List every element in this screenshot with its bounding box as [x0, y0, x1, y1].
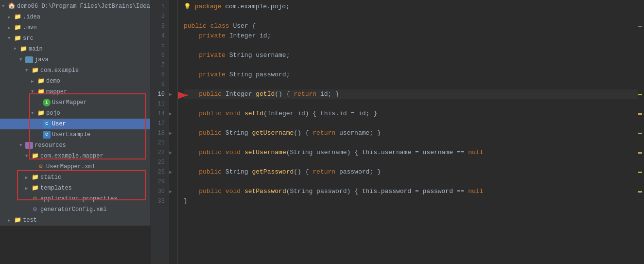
folder-icon: 📁 — [14, 13, 21, 21]
fold-arrow-line14[interactable]: ▶ — [169, 109, 177, 119]
tree-label: com.example.mapper — [40, 153, 150, 159]
code-token: String — [222, 167, 252, 177]
code-token: public — [199, 187, 222, 196]
tree-label: templates — [40, 185, 150, 192]
fold-arrow-line26[interactable]: ▶ — [169, 167, 177, 177]
line-number: 2 — [153, 12, 165, 21]
fold-arrow-line22[interactable]: ▶ — [169, 148, 177, 158]
tree-item-userexample[interactable]: C UserExample — [0, 129, 150, 140]
tree-arrow — [25, 175, 31, 180]
tree-item-demo06[interactable]: 🏠 demo06 D:\Program Files\JetBrains\Idea… — [0, 1, 150, 12]
code-token: void — [226, 148, 241, 158]
code-token: package — [195, 2, 222, 12]
code-line-1: 💡 package com.example.pojo; — [184, 2, 638, 12]
code-token: return — [294, 89, 316, 99]
line-number: 11 — [153, 99, 165, 109]
code-token: (String password) { this.password = pass… — [286, 187, 468, 196]
tree-item-test[interactable]: 📁 test — [0, 215, 150, 226]
java-folder-icon — [25, 56, 33, 63]
code-token: public — [184, 21, 207, 31]
code-token: setId — [244, 109, 263, 119]
code-token — [241, 148, 244, 158]
code-token — [184, 109, 199, 119]
code-content[interactable]: 💡 package com.example.pojo; public class… — [178, 0, 638, 264]
tree-arrow — [14, 47, 19, 52]
tree-item-java[interactable]: java — [0, 54, 150, 65]
code-token: id; } — [316, 89, 339, 99]
code-line-17 — [184, 119, 638, 128]
line-number: 21 — [153, 138, 165, 148]
code-token — [184, 128, 199, 138]
tree-item-static[interactable]: 📁 static — [0, 172, 150, 183]
code-line-22: public void setUsername(String username)… — [184, 148, 638, 158]
tree-item-demo[interactable]: 📁 demo — [0, 76, 150, 87]
tree-item-comexample[interactable]: 📁 com.example — [0, 65, 150, 76]
tree-item-templates[interactable]: 📁 templates — [0, 183, 150, 194]
code-line-6: private String username; — [184, 51, 638, 60]
code-token: private — [199, 70, 226, 80]
line-number: 25 — [153, 158, 165, 167]
tree-item-genconfig[interactable]: ⚙ generatorConfig.xml — [0, 204, 150, 215]
tree-item-usermapperxml[interactable]: ⚙ UserMapper.xml — [0, 161, 150, 172]
code-token: public — [199, 89, 222, 99]
tree-item-usermapper[interactable]: UserMapper — [0, 97, 150, 108]
file-tree: 🏠 demo06 D:\Program Files\JetBrains\Idea… — [0, 0, 151, 226]
code-token — [222, 187, 226, 196]
tree-item-resources[interactable]: resources — [0, 140, 150, 151]
code-token: (String username) { this.username = user… — [286, 148, 468, 158]
class-icon: C — [43, 131, 51, 139]
tree-item-mapper[interactable]: 📁 mapper — [0, 87, 150, 97]
tree-item-comexamplemapper[interactable]: 📁 com.example.mapper — [0, 151, 150, 161]
tree-label: application.properties — [40, 195, 150, 202]
line-number: 5 — [153, 41, 165, 51]
code-token: return — [313, 128, 335, 138]
tree-arrow — [31, 89, 37, 94]
tree-label: demo — [46, 78, 150, 85]
fold-arrow-line18[interactable]: ▶ — [169, 128, 177, 138]
code-token — [184, 89, 199, 99]
tree-item-main[interactable]: 📁 main — [0, 44, 150, 54]
folder-icon: 📁 — [31, 152, 39, 160]
tree-item-idea[interactable]: 📁 .idea — [0, 12, 150, 22]
tree-label: demo06 D:\Program Files\JetBrains\IdeaPr… — [17, 3, 151, 10]
tree-item-user[interactable]: C User — [0, 119, 150, 129]
folder-icon: 📁 — [37, 88, 45, 96]
code-line-26: public String getPassword() { return pas… — [184, 167, 638, 177]
code-token: getPassword — [252, 167, 294, 177]
code-line-10: public Integer getId() { return id; } — [184, 89, 638, 99]
fold-arrow-line30[interactable]: ▶ — [169, 187, 177, 196]
tree-item-src[interactable]: 📁 src — [0, 33, 150, 44]
tree-arrow — [8, 218, 14, 223]
tree-label: src — [23, 35, 150, 42]
code-token — [184, 31, 199, 41]
code-token — [184, 51, 199, 60]
fold-arrow-line10[interactable]: ▶ — [169, 89, 177, 99]
tree-label: .mvn — [23, 24, 150, 31]
code-token: private — [199, 31, 226, 41]
folder-icon: 📁 — [37, 109, 45, 117]
code-token: Integer id; — [226, 31, 271, 41]
tree-item-appprops[interactable]: ⚙ application.properties — [0, 194, 150, 204]
tree-label: UserMapper.xml — [46, 163, 150, 170]
resources-folder-icon — [25, 142, 33, 149]
right-gutter — [638, 0, 644, 264]
code-token: getId — [256, 89, 275, 99]
folder-icon: 📁 — [31, 174, 39, 181]
tree-label: main — [29, 46, 150, 53]
tree-arrow — [25, 154, 31, 158]
code-line-30: public void setPassword(String password)… — [184, 187, 638, 196]
project-icon: 🏠 — [8, 2, 16, 10]
code-line-21 — [184, 138, 638, 148]
code-token — [184, 187, 199, 196]
code-token: String — [222, 128, 252, 138]
tree-label: UserExample — [52, 131, 150, 138]
tree-item-mvn[interactable]: 📁 .mvn — [0, 22, 150, 33]
code-token — [207, 21, 210, 31]
tree-label: test — [23, 217, 150, 224]
tree-label: static — [40, 174, 150, 181]
class-icon: C — [43, 120, 51, 128]
line-number: 8 — [153, 70, 165, 80]
tree-item-pojo[interactable]: 📁 pojo — [0, 108, 150, 119]
line-number: 29 — [153, 177, 165, 187]
code-token: password; } — [335, 167, 381, 177]
